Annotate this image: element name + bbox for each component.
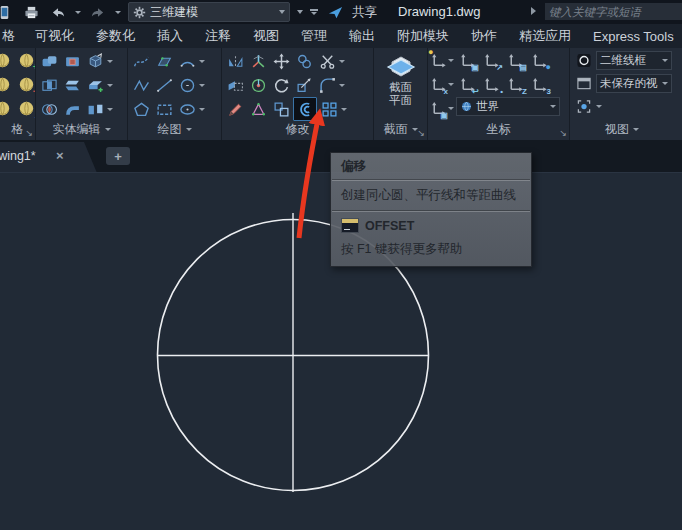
draw-panel-caret[interactable] — [186, 128, 192, 131]
slice-button[interactable] — [61, 74, 83, 96]
extract-edges-button[interactable] — [84, 50, 106, 72]
thicken-caret[interactable] — [107, 84, 113, 87]
scale-nested-button[interactable] — [270, 98, 292, 120]
visual-style-dropdown[interactable]: 二维线框 — [596, 51, 672, 70]
ucs-previous-button[interactable]: x — [429, 73, 454, 95]
subtract-button[interactable] — [61, 50, 83, 72]
tab-output[interactable]: 输出 — [338, 27, 386, 45]
workspace-selector[interactable]: 三维建模 — [128, 2, 290, 22]
undo-button[interactable] — [48, 2, 68, 22]
offset-button[interactable] — [293, 97, 317, 121]
extract-edges-caret[interactable] — [107, 60, 113, 63]
fillet-edge-button[interactable] — [61, 98, 83, 120]
polyline-button[interactable] — [130, 74, 152, 96]
separate-button[interactable] — [84, 98, 106, 120]
share-icon[interactable] — [325, 2, 345, 22]
customize-qat-button[interactable] — [310, 9, 318, 16]
workspace-switch-caret[interactable] — [297, 10, 303, 14]
new-drawing-tab-button[interactable]: + — [106, 147, 130, 165]
interfere-button[interactable] — [38, 98, 60, 120]
spline-button[interactable] — [130, 50, 152, 72]
arc-button[interactable] — [176, 50, 198, 72]
ucs-named-button[interactable]: ▤ — [504, 49, 526, 71]
file-tab-drawing1[interactable]: Drawing1* × — [0, 142, 97, 173]
smooth-object-icon[interactable] — [0, 73, 13, 95]
smooth-less-button[interactable]: − — [15, 73, 36, 95]
redo-dropdown-caret[interactable] — [115, 11, 121, 14]
erase-button[interactable] — [224, 98, 246, 120]
redo-button[interactable] — [88, 2, 108, 22]
undo-dropdown-caret[interactable] — [75, 11, 81, 14]
stretch-button[interactable] — [224, 74, 246, 96]
tab-featured-apps[interactable]: 精选应用 — [508, 27, 582, 45]
mobile-device-icon[interactable] — [0, 2, 14, 22]
circle-button[interactable] — [176, 74, 198, 96]
view-manager-caret[interactable] — [596, 105, 602, 108]
trim-caret[interactable] — [339, 60, 345, 63]
mesh-dialog-launcher-icon[interactable]: ↘ — [25, 129, 33, 138]
tab-express-tools[interactable]: Express Tools — [582, 29, 682, 44]
file-tab-close-icon[interactable]: × — [56, 148, 64, 163]
ucs-zaxis-button[interactable]: ↗ — [480, 49, 502, 71]
panel-section-label[interactable]: 截面 — [384, 121, 408, 138]
mirror-button[interactable] — [224, 50, 246, 72]
tab-parametric[interactable]: 参数化 — [85, 27, 146, 45]
unsmooth-button[interactable]: ∕ — [15, 97, 36, 119]
arc-caret[interactable] — [199, 60, 205, 63]
scale-button[interactable] — [293, 74, 315, 96]
view-manager-icon[interactable] — [575, 99, 593, 115]
ucs-3point-button[interactable]: 3 — [528, 73, 550, 95]
line-button[interactable] — [153, 74, 175, 96]
ucs-view-button[interactable]: ▣ — [429, 97, 454, 119]
ucs-button[interactable]: ● — [429, 49, 454, 71]
panel-modify-label[interactable]: 修改 — [286, 121, 310, 138]
copy-button[interactable] — [293, 50, 315, 72]
smooth-more-button[interactable]: + — [15, 49, 36, 71]
region-button[interactable] — [153, 50, 175, 72]
solid-edit-panel-caret[interactable] — [105, 128, 111, 131]
ucs-back-button[interactable]: ↩ — [456, 73, 478, 95]
rectangle-button[interactable] — [153, 98, 175, 120]
ucs-object-button[interactable]: • — [480, 73, 502, 95]
ucs-origin-button[interactable]: ▣ — [456, 49, 478, 71]
rotate-button[interactable] — [270, 74, 292, 96]
tab-collaborate[interactable]: 协作 — [460, 27, 508, 45]
tab-mesh-partial[interactable]: 格 — [0, 27, 24, 45]
ellipse-caret[interactable] — [199, 108, 205, 111]
move-button[interactable] — [270, 50, 292, 72]
panel-draw-label[interactable]: 绘图 — [158, 121, 182, 138]
section-dialog-launcher-icon[interactable]: ↘ — [417, 129, 425, 138]
fillet-caret[interactable] — [339, 84, 345, 87]
separate-caret[interactable] — [107, 108, 113, 111]
3d-rotate-gizmo-button[interactable] — [247, 74, 269, 96]
tab-addins[interactable]: 附加模块 — [386, 27, 460, 45]
coordinates-dialog-launcher-icon[interactable]: ↘ — [559, 129, 567, 138]
tab-view[interactable]: 视图 — [242, 27, 290, 45]
share-label[interactable]: 共享 — [352, 4, 377, 21]
array-button[interactable] — [318, 98, 340, 120]
smooth-object-icon[interactable] — [0, 49, 13, 71]
panel-view-label[interactable]: 视图 — [605, 121, 629, 138]
ucs-world-button[interactable]: ● — [528, 49, 550, 71]
search-input[interactable] — [545, 3, 682, 20]
union-button[interactable] — [38, 50, 60, 72]
tab-visualize[interactable]: 可视化 — [24, 27, 85, 45]
trim-button[interactable] — [316, 50, 338, 72]
fillet-button[interactable] — [316, 74, 338, 96]
array-caret[interactable] — [341, 108, 347, 111]
named-view-dropdown[interactable]: 未保存的视 — [596, 74, 672, 93]
wcs-dropdown[interactable]: 世界 — [456, 97, 560, 116]
tab-manage[interactable]: 管理 — [290, 27, 338, 45]
ellipse-button[interactable] — [176, 98, 198, 120]
3d-move-gizmo-button[interactable] — [247, 50, 269, 72]
intersect-button[interactable] — [38, 74, 60, 96]
tab-annotate[interactable]: 注释 — [194, 27, 242, 45]
3d-align-button[interactable] — [247, 98, 269, 120]
thicken-button[interactable] — [84, 74, 106, 96]
polygon-button[interactable] — [130, 98, 152, 120]
tab-insert[interactable]: 插入 — [146, 27, 194, 45]
section-plane-button[interactable]: 截面 平面 — [374, 48, 427, 107]
smooth-object-icon[interactable] — [0, 97, 13, 119]
circle-caret[interactable] — [199, 84, 205, 87]
plot-button[interactable] — [21, 2, 41, 22]
